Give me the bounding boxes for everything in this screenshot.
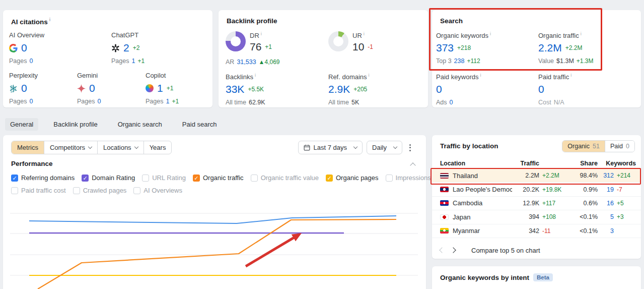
- backlink-profile-card: Backlink profile DR 76+1 AR31,533▲4,069 …: [219, 10, 428, 107]
- toggle-paid[interactable]: Paid0: [605, 141, 634, 152]
- segment-label: Locations: [103, 144, 131, 151]
- table-row-myanmar[interactable]: Myanmar 342 -11 <0.1% 3: [432, 224, 641, 238]
- segment-label: Metrics: [17, 144, 38, 151]
- performance-line-chart[interactable]: [3, 199, 426, 289]
- more-options-kebab-icon[interactable]: [406, 141, 414, 154]
- traffic-delta: +108: [539, 213, 569, 220]
- metric-value[interactable]: 33K: [226, 83, 244, 95]
- next-page-chevron-icon[interactable]: [450, 247, 456, 253]
- previous-page-chevron-icon[interactable]: [439, 247, 445, 253]
- metric-organic-keywords: Organic keywords 373+218 Top 3238+112: [436, 31, 491, 66]
- metric-dr: DR 76+1 AR31,533▲4,069: [226, 31, 280, 59]
- laos-flag: [440, 187, 449, 192]
- metric-delta: +1: [167, 85, 174, 92]
- google-icon: [9, 44, 18, 52]
- toggle-organic[interactable]: Organic51: [562, 141, 605, 152]
- tab-paid-search[interactable]: Paid search: [177, 118, 222, 131]
- traffic-by-location-title: Traffic by location: [440, 142, 498, 150]
- keywords-value[interactable]: 19: [598, 186, 614, 193]
- collapse-chevron-up-icon[interactable]: [410, 162, 415, 168]
- segment-locations[interactable]: Locations: [97, 141, 144, 154]
- keywords-value[interactable]: 312: [598, 172, 614, 179]
- checkbox-organic-pages[interactable]: Organic pages: [326, 174, 379, 182]
- segment-metrics[interactable]: Metrics: [12, 141, 44, 154]
- checkbox-organic-traffic[interactable]: Organic traffic: [193, 174, 244, 182]
- value-label: Value: [538, 57, 554, 65]
- metric-paid-keywords: Paid keywords 0 Ads0: [436, 73, 481, 107]
- pages-label: Pages: [77, 98, 95, 105]
- metric-value[interactable]: 2.9K: [328, 83, 350, 95]
- cost-value: N/A: [554, 99, 564, 106]
- pages-label: Pages: [146, 98, 163, 105]
- keywords-value[interactable]: 3: [598, 227, 614, 235]
- pages-value[interactable]: 1: [166, 98, 169, 105]
- metric-value[interactable]: 2.2M: [538, 42, 562, 54]
- keywords-delta: -7: [614, 186, 636, 193]
- date-range-button[interactable]: Last 7 days: [298, 141, 363, 154]
- pages-label: Pages: [9, 98, 27, 105]
- granularity-button[interactable]: Daily: [367, 141, 402, 154]
- metric-ai-overview: AI Overview 0 Pages0: [9, 31, 44, 66]
- metric-label[interactable]: Organic keywords: [436, 31, 491, 40]
- location-name: Cambodia: [453, 199, 482, 207]
- ads-label: Ads: [436, 99, 447, 106]
- metric-value[interactable]: 0: [89, 82, 95, 94]
- metric-label[interactable]: Backlinks: [226, 73, 265, 82]
- ar-value[interactable]: 31,533: [237, 59, 256, 66]
- pages-value[interactable]: 1: [131, 57, 135, 65]
- metric-delta: +5.5K: [248, 86, 264, 93]
- col-share: Share: [569, 160, 598, 167]
- pages-value[interactable]: 0: [29, 98, 33, 105]
- annotation-red-arrow: [246, 235, 299, 266]
- tab-backlink-profile[interactable]: Backlink profile: [48, 118, 102, 131]
- metric-paid-traffic: Paid traffic 0 CostN/A: [538, 73, 571, 107]
- metric-value[interactable]: 0: [21, 82, 27, 94]
- pages-value[interactable]: 0: [97, 98, 101, 105]
- metric-value[interactable]: 2: [123, 42, 129, 54]
- col-keywords: Keywords: [598, 160, 636, 167]
- metric-label[interactable]: Ref. domains: [328, 73, 370, 82]
- checkbox-organic-traffic-value[interactable]: Organic traffic value: [251, 174, 319, 182]
- metric-value[interactable]: 1: [157, 82, 163, 94]
- metric-value: 10: [352, 41, 364, 53]
- checkbox-crawled-pages[interactable]: Crawled pages: [73, 187, 127, 194]
- checkbox-paid-traffic-cost[interactable]: Paid traffic cost: [11, 187, 66, 194]
- ads-value[interactable]: 0: [450, 99, 453, 106]
- metric-value[interactable]: 0: [538, 83, 544, 95]
- tab-general[interactable]: General: [5, 118, 38, 131]
- metric-value[interactable]: 0: [21, 42, 27, 54]
- segment-years[interactable]: Years: [144, 141, 172, 154]
- pages-delta: +1: [137, 57, 145, 65]
- checkbox-icon: [82, 175, 89, 182]
- keywords-by-intent-title: Organic keywords by intentBeta: [440, 273, 553, 281]
- metric-label: Perplexity: [9, 72, 38, 81]
- table-row-thailand[interactable]: Thailand 2.2M +2.2M 98.4% 312 +214: [432, 169, 641, 183]
- top3-value[interactable]: 238: [454, 57, 465, 65]
- metric-copilot: Copilot 1 +1 Pages1+1: [146, 72, 179, 106]
- cost-label: Cost: [538, 99, 551, 106]
- checkbox-domain-rating[interactable]: Domain Rating: [82, 174, 135, 182]
- tab-organic-search[interactable]: Organic search: [113, 118, 167, 131]
- chevron-down-icon: [393, 145, 397, 149]
- table-row-laos[interactable]: Lao People's Democratic Reput 20.2K +19.…: [432, 183, 641, 196]
- checkbox-ai-overviews[interactable]: AI Overviews: [133, 187, 182, 194]
- checkbox-url-rating[interactable]: URL Rating: [142, 174, 186, 182]
- keywords-value[interactable]: 5: [598, 213, 614, 220]
- checkbox-referring-domains[interactable]: Referring domains: [11, 174, 75, 182]
- metric-label[interactable]: DR: [250, 31, 280, 40]
- metric-value[interactable]: 0: [436, 83, 442, 95]
- table-row-japan[interactable]: Japan 394 +108 <0.1% 5 +3: [432, 210, 641, 224]
- segment-competitors[interactable]: Competitors: [44, 141, 97, 154]
- checkbox-icon: [73, 187, 80, 194]
- keywords-value[interactable]: 16: [598, 200, 614, 207]
- metric-value[interactable]: 373: [436, 42, 454, 54]
- metric-value: 76: [250, 41, 261, 53]
- table-row-cambodia[interactable]: Cambodia 12.9K +117 0.6% 16 +5: [432, 197, 641, 210]
- metric-label[interactable]: Organic traffic: [538, 31, 593, 40]
- metric-label[interactable]: Paid keywords: [436, 73, 481, 82]
- checkbox-impressions[interactable]: Impressions: [386, 174, 431, 182]
- metric-label: ChatGPT: [111, 31, 145, 40]
- pages-value[interactable]: 0: [29, 57, 33, 65]
- metric-label[interactable]: Paid traffic: [538, 73, 571, 82]
- metric-label[interactable]: UR: [352, 31, 373, 40]
